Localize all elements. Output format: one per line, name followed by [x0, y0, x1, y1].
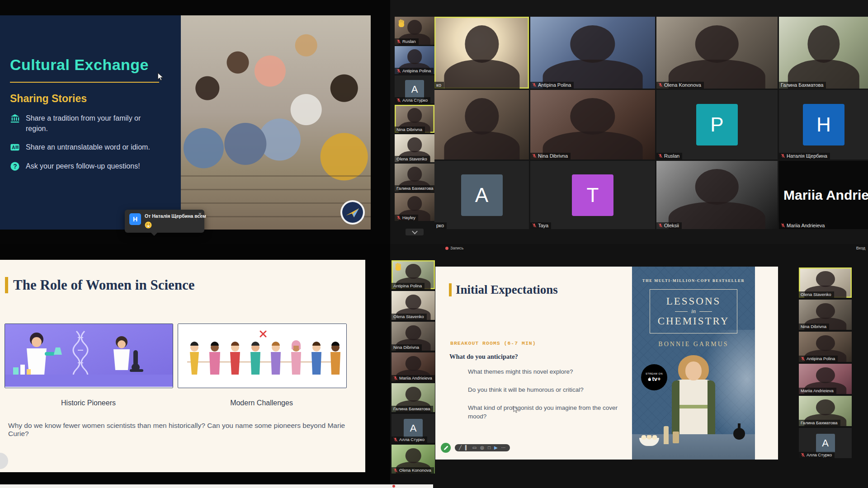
tool-icon[interactable]: □ [488, 446, 491, 450]
name-chip: Алла Стурко [392, 436, 427, 443]
tool-icon[interactable]: ▶ [494, 446, 498, 450]
participant-tile[interactable]: Галина Бахматова [799, 396, 852, 426]
name-chip: Алла Стурко [395, 97, 430, 103]
participant-filmstrip-right: Olena Stavenko Nina Dibrivna [799, 267, 852, 460]
participant-name: Mariia Andrieieva [787, 223, 825, 228]
participant-tile[interactable]: Antipina Polina [395, 46, 434, 74]
participant-name: Ruslan [664, 153, 679, 159]
name-chip: Наталія Щербина [779, 153, 830, 160]
bullet-text: Share an untranslatable word or idiom. [26, 142, 150, 152]
participant-name: Галина Бахматова [801, 420, 838, 425]
participant-tile[interactable]: T Taya [530, 161, 655, 229]
participant-tile[interactable]: Галина Бахматова [395, 164, 434, 192]
participant-tile[interactable]: Oleksii [656, 161, 778, 229]
name-chip: Antipina Polina [392, 283, 425, 289]
slide-title-row: Initial Expectations [449, 283, 558, 297]
name-chip: Ruslan [656, 153, 682, 160]
name-chip: Mariia Andrieieva [799, 388, 836, 394]
participant-name: Nina Dibrivna [538, 153, 568, 159]
book-title-line: in [691, 308, 696, 315]
participant-tile[interactable]: Olena Stavenko [395, 134, 434, 162]
participant-tile[interactable]: Olena Stavenko [799, 267, 852, 298]
card-caption: Historic Pioneers [5, 399, 172, 407]
name-chip: Nina Dibrivna [395, 127, 425, 133]
name-chip: Antipina Polina [395, 68, 434, 74]
question-item: What kind of protagonist do you imagine … [468, 404, 618, 421]
entry-link[interactable]: Вход [856, 246, 865, 250]
lab-illustration [5, 324, 173, 387]
participant-tile[interactable]: Olena Kononova [656, 17, 778, 89]
group-photo [181, 15, 371, 230]
participant-tile[interactable]: Mariia Andrieieva [799, 364, 852, 394]
title-underline [10, 82, 159, 83]
participant-tile[interactable]: Antipina Polina [530, 17, 655, 89]
name-chip: Olena Kononova [392, 467, 434, 474]
chat-notification[interactable]: H От Наталія Щербина всем × [125, 210, 204, 233]
participant-avatar: A [404, 419, 423, 438]
participant-name: Olena Kononova [399, 468, 431, 473]
participant-tile[interactable] [434, 90, 529, 160]
participant-tile[interactable]: Hayley [395, 193, 434, 221]
name-chip: Алла Стурко [799, 452, 835, 458]
title-accent-bar [5, 277, 8, 293]
participant-tile[interactable]: A Алла Стурко [799, 428, 852, 458]
tool-icon[interactable]: ⋯ [501, 446, 506, 450]
participant-name: Olena Kononova [664, 82, 701, 88]
question-icon: ? [10, 161, 20, 171]
participant-tile[interactable]: Mariia Andrieieva [392, 352, 435, 381]
book-cover: THE MULTI-MILLION-COPY BESTSELLER LESSON… [632, 267, 755, 460]
participant-tile[interactable]: Olena Stavenko [392, 291, 435, 320]
tool-icon[interactable]: ╱ [459, 446, 462, 450]
participant-tile[interactable]: Галина Бахматова [392, 383, 435, 412]
participant-tile[interactable]: Mariia Andrieie Mariia Andrieieva [779, 161, 868, 229]
book-title-box: LESSONS in CHEMISTRY [650, 289, 737, 333]
tool-icon[interactable]: ▍ [465, 446, 469, 450]
bullet-item: Share a tradition from your family or re… [10, 113, 156, 134]
close-icon[interactable]: × [198, 211, 202, 217]
participant-tile[interactable]: Olena Kononova [392, 445, 435, 474]
collapse-strip-button[interactable] [406, 229, 424, 235]
name-chip: Mariia Andrieieva [392, 375, 435, 381]
participant-tile[interactable]: P Ruslan [656, 90, 778, 160]
name-chip: Ruslan [395, 38, 419, 45]
participant-name: Галина Бахматова [781, 82, 823, 88]
mouse-cursor [513, 406, 519, 413]
cultural-exchange-slide: Cultural Exchange Sharing Stories Share … [0, 15, 371, 230]
participant-tile[interactable]: ко [434, 17, 529, 89]
badge-label: STREAM ON [646, 372, 663, 375]
book-title-line: LESSONS [666, 296, 721, 307]
participant-tile[interactable]: Antipina Polina [392, 260, 435, 289]
muted-mic-icon [532, 83, 537, 87]
participant-tile[interactable]: Галина Бахматова [779, 17, 868, 89]
tool-pill: ╱▍▭◎□▶⋯ [455, 444, 510, 451]
apple-tv-badge: STREAM ON tv+ [641, 364, 667, 390]
participant-tile[interactable]: Antipina Polina [799, 332, 852, 362]
muted-mic-icon [781, 154, 785, 158]
participant-tile[interactable]: Nina Dibrivna [395, 105, 434, 133]
recording-label: Запись [450, 246, 464, 250]
tool-icon[interactable]: ▭ [472, 446, 476, 450]
participant-tile[interactable]: H Наталія Щербина [779, 90, 868, 160]
tool-icon[interactable]: ◎ [480, 446, 484, 450]
quadrant-cultural-slide: Cultural Exchange Sharing Stories Share … [0, 0, 390, 244]
participant-tile[interactable]: Nina Dibrivna [392, 322, 435, 351]
participant-name: Olena Stavenko [396, 156, 427, 161]
name-chip: Галина Бахматова [779, 82, 826, 89]
participant-tile[interactable]: Nina Dibrivna [530, 90, 655, 160]
book-tagline: THE MULTI-MILLION-COPY BESTSELLER [632, 278, 755, 283]
participant-tile[interactable]: A Алла Стурко [395, 75, 434, 103]
draw-button[interactable] [441, 443, 451, 453]
muted-mic-icon [658, 223, 663, 228]
slide-subtitle: Sharing Stories [10, 93, 181, 105]
participant-tile[interactable]: Ruslan [395, 17, 434, 45]
participant-tile[interactable]: Nina Dibrivna [799, 300, 852, 330]
participant-tile[interactable]: A рко [434, 161, 529, 229]
participant-name: Ruslan [402, 39, 416, 44]
name-chip: Taya [530, 222, 551, 229]
participant-name: Mariia Andrieieva [399, 375, 432, 380]
muted-mic-icon [393, 376, 398, 380]
participant-name: Olena Stavenko [801, 292, 831, 297]
name-chip: Галина Бахматова [799, 420, 840, 426]
participant-tile[interactable]: A Алла Стурко [392, 414, 435, 443]
name-chip: Olena Kononova [656, 82, 704, 89]
